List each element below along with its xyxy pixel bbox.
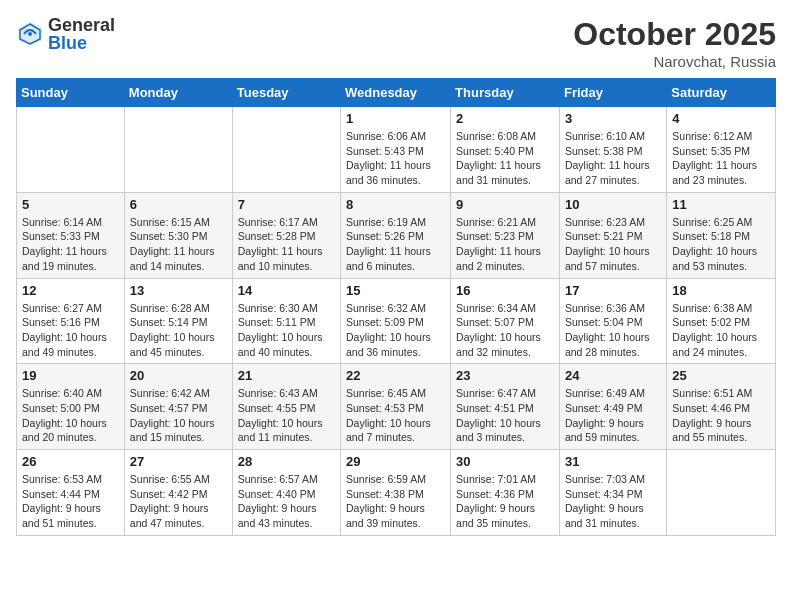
logo-blue-text: Blue bbox=[48, 34, 115, 52]
week-row-2: 12Sunrise: 6:27 AM Sunset: 5:16 PM Dayli… bbox=[17, 278, 776, 364]
day-num-1-4: 9 bbox=[456, 197, 554, 212]
cell-2-2: 14Sunrise: 6:30 AM Sunset: 5:11 PM Dayli… bbox=[232, 278, 340, 364]
cell-3-4: 23Sunrise: 6:47 AM Sunset: 4:51 PM Dayli… bbox=[451, 364, 560, 450]
cell-3-0: 19Sunrise: 6:40 AM Sunset: 5:00 PM Dayli… bbox=[17, 364, 125, 450]
cell-1-1: 6Sunrise: 6:15 AM Sunset: 5:30 PM Daylig… bbox=[124, 192, 232, 278]
day-num-4-4: 30 bbox=[456, 454, 554, 469]
cell-4-2: 28Sunrise: 6:57 AM Sunset: 4:40 PM Dayli… bbox=[232, 450, 340, 536]
calendar-body: 1Sunrise: 6:06 AM Sunset: 5:43 PM Daylig… bbox=[17, 107, 776, 536]
day-info-0-4: Sunrise: 6:08 AM Sunset: 5:40 PM Dayligh… bbox=[456, 129, 554, 188]
location: Narovchat, Russia bbox=[573, 53, 776, 70]
cell-0-2 bbox=[232, 107, 340, 193]
header-row: Sunday Monday Tuesday Wednesday Thursday… bbox=[17, 79, 776, 107]
day-num-1-3: 8 bbox=[346, 197, 445, 212]
cell-0-1 bbox=[124, 107, 232, 193]
day-info-4-4: Sunrise: 7:01 AM Sunset: 4:36 PM Dayligh… bbox=[456, 472, 554, 531]
cell-0-5: 3Sunrise: 6:10 AM Sunset: 5:38 PM Daylig… bbox=[559, 107, 666, 193]
day-info-1-6: Sunrise: 6:25 AM Sunset: 5:18 PM Dayligh… bbox=[672, 215, 770, 274]
cell-1-4: 9Sunrise: 6:21 AM Sunset: 5:23 PM Daylig… bbox=[451, 192, 560, 278]
cell-4-4: 30Sunrise: 7:01 AM Sunset: 4:36 PM Dayli… bbox=[451, 450, 560, 536]
day-info-2-4: Sunrise: 6:34 AM Sunset: 5:07 PM Dayligh… bbox=[456, 301, 554, 360]
cell-3-6: 25Sunrise: 6:51 AM Sunset: 4:46 PM Dayli… bbox=[667, 364, 776, 450]
day-num-4-1: 27 bbox=[130, 454, 227, 469]
cell-0-6: 4Sunrise: 6:12 AM Sunset: 5:35 PM Daylig… bbox=[667, 107, 776, 193]
day-num-4-2: 28 bbox=[238, 454, 335, 469]
cell-3-1: 20Sunrise: 6:42 AM Sunset: 4:57 PM Dayli… bbox=[124, 364, 232, 450]
cell-4-0: 26Sunrise: 6:53 AM Sunset: 4:44 PM Dayli… bbox=[17, 450, 125, 536]
day-info-0-5: Sunrise: 6:10 AM Sunset: 5:38 PM Dayligh… bbox=[565, 129, 661, 188]
title-area: October 2025 Narovchat, Russia bbox=[573, 16, 776, 70]
cell-2-4: 16Sunrise: 6:34 AM Sunset: 5:07 PM Dayli… bbox=[451, 278, 560, 364]
header-saturday: Saturday bbox=[667, 79, 776, 107]
day-info-0-6: Sunrise: 6:12 AM Sunset: 5:35 PM Dayligh… bbox=[672, 129, 770, 188]
day-num-3-4: 23 bbox=[456, 368, 554, 383]
cell-1-3: 8Sunrise: 6:19 AM Sunset: 5:26 PM Daylig… bbox=[341, 192, 451, 278]
cell-0-0 bbox=[17, 107, 125, 193]
cell-4-5: 31Sunrise: 7:03 AM Sunset: 4:34 PM Dayli… bbox=[559, 450, 666, 536]
day-info-3-4: Sunrise: 6:47 AM Sunset: 4:51 PM Dayligh… bbox=[456, 386, 554, 445]
day-num-1-5: 10 bbox=[565, 197, 661, 212]
day-num-4-0: 26 bbox=[22, 454, 119, 469]
day-info-3-3: Sunrise: 6:45 AM Sunset: 4:53 PM Dayligh… bbox=[346, 386, 445, 445]
day-num-3-2: 21 bbox=[238, 368, 335, 383]
day-info-4-5: Sunrise: 7:03 AM Sunset: 4:34 PM Dayligh… bbox=[565, 472, 661, 531]
day-num-0-3: 1 bbox=[346, 111, 445, 126]
header-monday: Monday bbox=[124, 79, 232, 107]
cell-1-5: 10Sunrise: 6:23 AM Sunset: 5:21 PM Dayli… bbox=[559, 192, 666, 278]
day-num-2-4: 16 bbox=[456, 283, 554, 298]
header-tuesday: Tuesday bbox=[232, 79, 340, 107]
day-info-3-1: Sunrise: 6:42 AM Sunset: 4:57 PM Dayligh… bbox=[130, 386, 227, 445]
day-num-3-5: 24 bbox=[565, 368, 661, 383]
cell-2-5: 17Sunrise: 6:36 AM Sunset: 5:04 PM Dayli… bbox=[559, 278, 666, 364]
day-info-4-1: Sunrise: 6:55 AM Sunset: 4:42 PM Dayligh… bbox=[130, 472, 227, 531]
day-info-1-4: Sunrise: 6:21 AM Sunset: 5:23 PM Dayligh… bbox=[456, 215, 554, 274]
header-wednesday: Wednesday bbox=[341, 79, 451, 107]
day-info-2-1: Sunrise: 6:28 AM Sunset: 5:14 PM Dayligh… bbox=[130, 301, 227, 360]
week-row-3: 19Sunrise: 6:40 AM Sunset: 5:00 PM Dayli… bbox=[17, 364, 776, 450]
header: General Blue October 2025 Narovchat, Rus… bbox=[16, 16, 776, 70]
day-num-0-5: 3 bbox=[565, 111, 661, 126]
cell-4-3: 29Sunrise: 6:59 AM Sunset: 4:38 PM Dayli… bbox=[341, 450, 451, 536]
day-info-2-2: Sunrise: 6:30 AM Sunset: 5:11 PM Dayligh… bbox=[238, 301, 335, 360]
cell-0-4: 2Sunrise: 6:08 AM Sunset: 5:40 PM Daylig… bbox=[451, 107, 560, 193]
month-title: October 2025 bbox=[573, 16, 776, 53]
day-info-3-5: Sunrise: 6:49 AM Sunset: 4:49 PM Dayligh… bbox=[565, 386, 661, 445]
cell-3-2: 21Sunrise: 6:43 AM Sunset: 4:55 PM Dayli… bbox=[232, 364, 340, 450]
day-info-3-6: Sunrise: 6:51 AM Sunset: 4:46 PM Dayligh… bbox=[672, 386, 770, 445]
day-info-2-0: Sunrise: 6:27 AM Sunset: 5:16 PM Dayligh… bbox=[22, 301, 119, 360]
cell-2-3: 15Sunrise: 6:32 AM Sunset: 5:09 PM Dayli… bbox=[341, 278, 451, 364]
week-row-1: 5Sunrise: 6:14 AM Sunset: 5:33 PM Daylig… bbox=[17, 192, 776, 278]
cell-4-6 bbox=[667, 450, 776, 536]
logo-icon bbox=[16, 20, 44, 48]
header-friday: Friday bbox=[559, 79, 666, 107]
cell-2-6: 18Sunrise: 6:38 AM Sunset: 5:02 PM Dayli… bbox=[667, 278, 776, 364]
week-row-0: 1Sunrise: 6:06 AM Sunset: 5:43 PM Daylig… bbox=[17, 107, 776, 193]
cell-4-1: 27Sunrise: 6:55 AM Sunset: 4:42 PM Dayli… bbox=[124, 450, 232, 536]
day-info-4-3: Sunrise: 6:59 AM Sunset: 4:38 PM Dayligh… bbox=[346, 472, 445, 531]
logo-general-text: General bbox=[48, 16, 115, 34]
calendar-table: Sunday Monday Tuesday Wednesday Thursday… bbox=[16, 78, 776, 536]
day-num-4-5: 31 bbox=[565, 454, 661, 469]
day-num-2-3: 15 bbox=[346, 283, 445, 298]
cell-1-6: 11Sunrise: 6:25 AM Sunset: 5:18 PM Dayli… bbox=[667, 192, 776, 278]
day-info-2-5: Sunrise: 6:36 AM Sunset: 5:04 PM Dayligh… bbox=[565, 301, 661, 360]
day-num-1-2: 7 bbox=[238, 197, 335, 212]
day-num-4-3: 29 bbox=[346, 454, 445, 469]
day-info-1-2: Sunrise: 6:17 AM Sunset: 5:28 PM Dayligh… bbox=[238, 215, 335, 274]
day-num-3-3: 22 bbox=[346, 368, 445, 383]
day-info-1-3: Sunrise: 6:19 AM Sunset: 5:26 PM Dayligh… bbox=[346, 215, 445, 274]
day-info-3-0: Sunrise: 6:40 AM Sunset: 5:00 PM Dayligh… bbox=[22, 386, 119, 445]
day-num-1-0: 5 bbox=[22, 197, 119, 212]
day-info-4-2: Sunrise: 6:57 AM Sunset: 4:40 PM Dayligh… bbox=[238, 472, 335, 531]
cell-3-3: 22Sunrise: 6:45 AM Sunset: 4:53 PM Dayli… bbox=[341, 364, 451, 450]
svg-point-2 bbox=[28, 32, 32, 36]
cell-2-0: 12Sunrise: 6:27 AM Sunset: 5:16 PM Dayli… bbox=[17, 278, 125, 364]
header-thursday: Thursday bbox=[451, 79, 560, 107]
calendar-header: Sunday Monday Tuesday Wednesday Thursday… bbox=[17, 79, 776, 107]
day-info-1-5: Sunrise: 6:23 AM Sunset: 5:21 PM Dayligh… bbox=[565, 215, 661, 274]
day-num-1-6: 11 bbox=[672, 197, 770, 212]
day-info-1-0: Sunrise: 6:14 AM Sunset: 5:33 PM Dayligh… bbox=[22, 215, 119, 274]
cell-1-0: 5Sunrise: 6:14 AM Sunset: 5:33 PM Daylig… bbox=[17, 192, 125, 278]
cell-0-3: 1Sunrise: 6:06 AM Sunset: 5:43 PM Daylig… bbox=[341, 107, 451, 193]
day-num-0-6: 4 bbox=[672, 111, 770, 126]
